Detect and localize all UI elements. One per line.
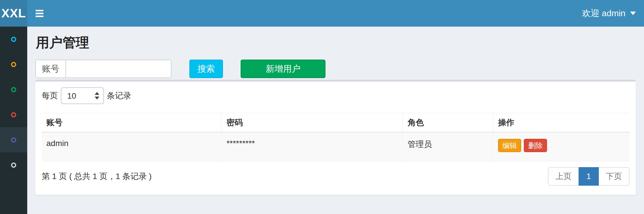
sidebar-item-2[interactable] — [0, 52, 27, 77]
circle-icon — [11, 112, 16, 117]
add-user-button[interactable]: 新增用户 — [241, 60, 325, 78]
sidebar-item-3[interactable] — [0, 77, 27, 102]
cell-password: ********* — [222, 132, 402, 161]
hamburger-bar — [36, 13, 43, 14]
hamburger-bar — [36, 10, 43, 11]
column-header-password: 密码 — [222, 113, 402, 132]
circle-icon — [11, 62, 16, 67]
search-button[interactable]: 搜索 — [189, 60, 223, 78]
table-body: admin*********管理员编辑删除 — [42, 132, 630, 161]
data-panel: 每页 10 条记录 账号密码角色操作 — [35, 80, 636, 195]
circle-icon — [11, 163, 16, 168]
column-header-role: 角色 — [402, 113, 493, 132]
sidebar — [0, 27, 27, 214]
hamburger-bar — [36, 16, 43, 17]
panel-footer: 第 1 页 ( 总共 1 页，1 条记录 ) 上页 1 下页 — [42, 167, 630, 186]
search-toolbar: 账号 搜索 新增用户 — [35, 60, 636, 78]
prev-page-button[interactable]: 上页 — [548, 167, 579, 186]
account-input-label: 账号 — [36, 60, 66, 78]
caret-down-icon — [630, 12, 636, 15]
page-size-select-wrap: 10 — [61, 87, 104, 104]
pagination-info: 第 1 页 ( 总共 1 页，1 条记录 ) — [42, 171, 152, 182]
hamburger-menu-icon[interactable] — [36, 10, 43, 17]
page-size-suffix-label: 条记录 — [107, 90, 131, 101]
sidebar-item-1[interactable] — [0, 27, 27, 52]
next-page-button[interactable]: 下页 — [598, 167, 630, 186]
main-content: 用户管理 账号 搜索 新增用户 每页 10 — [27, 27, 644, 214]
welcome-text: 欢迎 admin — [582, 8, 625, 19]
pagination: 上页 1 下页 — [548, 167, 630, 186]
page-size-prefix-label: 每页 — [42, 90, 58, 101]
cell-account: admin — [42, 132, 222, 161]
circle-icon — [11, 37, 16, 42]
user-table: 账号密码角色操作 admin*********管理员编辑删除 — [42, 113, 630, 161]
page-size-row: 每页 10 条记录 — [42, 87, 630, 104]
account-input-group: 账号 — [35, 60, 171, 78]
edit-button[interactable]: 编辑 — [498, 139, 521, 152]
delete-button[interactable]: 删除 — [524, 139, 547, 152]
body-row: 用户管理 账号 搜索 新增用户 每页 10 — [0, 27, 644, 214]
current-page-button[interactable]: 1 — [579, 167, 599, 186]
page-title: 用户管理 — [36, 35, 636, 50]
circle-icon — [11, 87, 16, 92]
circle-icon — [11, 137, 16, 143]
app-root: XXL 欢迎 admin 用户管理 账号 — [0, 0, 644, 214]
cell-actions: 编辑删除 — [493, 132, 630, 161]
sidebar-item-4[interactable] — [0, 102, 27, 127]
column-header-actions: 操作 — [493, 113, 630, 132]
navbar-main: 欢迎 admin — [27, 0, 644, 27]
table-row: admin*********管理员编辑删除 — [42, 132, 630, 161]
user-dropdown[interactable]: 欢迎 admin — [582, 8, 636, 19]
top-navbar: XXL 欢迎 admin — [0, 0, 644, 27]
cell-role: 管理员 — [402, 132, 493, 161]
column-header-account: 账号 — [42, 113, 222, 132]
table-header-row: 账号密码角色操作 — [42, 113, 630, 132]
page-size-select[interactable]: 10 — [61, 87, 104, 104]
sidebar-item-6[interactable] — [0, 152, 27, 178]
sidebar-item-5[interactable] — [0, 127, 27, 152]
account-input[interactable] — [66, 60, 171, 78]
app-logo[interactable]: XXL — [0, 0, 27, 27]
